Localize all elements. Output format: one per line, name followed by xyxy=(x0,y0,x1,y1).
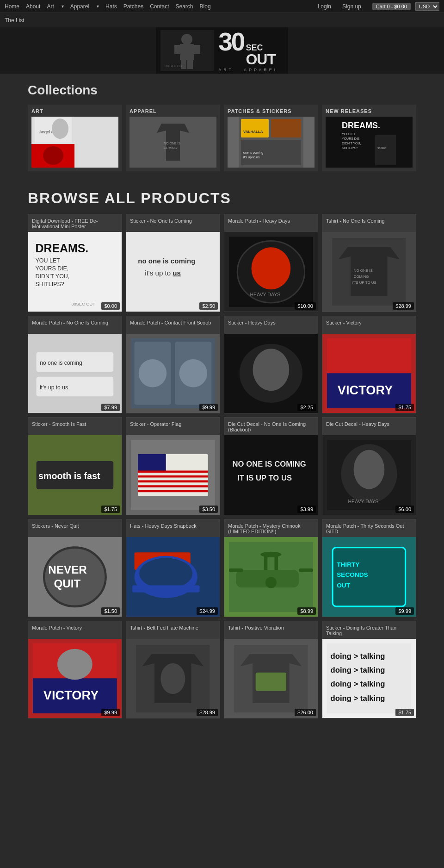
product-5[interactable]: Morale Patch - Contact Front Scoob $9.99 xyxy=(126,316,220,414)
collections-section: Collections ART Angel Art APPAREL NO ONE… xyxy=(0,74,444,181)
product-16-name: Morale Patch - Victory xyxy=(28,621,122,639)
svg-point-11 xyxy=(52,119,68,139)
product-1[interactable]: Sticker - No One Is Coming no one is com… xyxy=(126,214,220,312)
product-4[interactable]: Morale Patch - No One Is Coming no one i… xyxy=(28,316,122,414)
svg-point-64 xyxy=(253,349,290,391)
product-17-name: Tshirt - Belt Fed Hate Machine xyxy=(126,621,220,639)
collection-new-releases-label: NEW RELEASES xyxy=(326,108,413,114)
svg-text:doing > talking: doing > talking xyxy=(331,652,385,661)
nav-art[interactable]: Art xyxy=(47,3,54,10)
hero-out: OUT xyxy=(246,52,276,67)
collection-new-releases-image: DREAMS.YOU LETYOURS DIE,DIDN'T YOU,SHITL… xyxy=(326,117,413,168)
product-13-image: $24.99 xyxy=(126,537,220,617)
product-9-name: Sticker - Operator Flag xyxy=(126,418,220,435)
product-18-price: $26.00 xyxy=(295,709,316,716)
product-14-name: Morale Patch - Mystery Chinook (LIMITED … xyxy=(224,519,318,537)
product-18[interactable]: Tshirt - Positive Vibration $26.00 xyxy=(224,621,318,719)
product-13[interactable]: Hats - Heavy Days Snapback $24.99 xyxy=(126,519,220,617)
svg-text:YOU LET: YOU LET xyxy=(342,132,356,136)
product-8-image: smooth is fast $1.75 xyxy=(28,435,122,515)
hero-30: 30 xyxy=(218,29,244,55)
nav-search[interactable]: Search xyxy=(176,3,193,10)
product-16[interactable]: Morale Patch - Victory VICTORY $9.99 xyxy=(28,621,122,719)
currency-select[interactable]: USD xyxy=(415,2,439,11)
product-2-price: $10.00 xyxy=(295,302,316,310)
nav-home[interactable]: Home xyxy=(5,3,19,10)
product-17-price: $28.99 xyxy=(197,709,218,716)
collection-patches-label: PATCHES & STICKERS xyxy=(228,108,314,114)
product-14[interactable]: Morale Patch - Mystery Chinook (LIMITED … xyxy=(224,519,318,617)
collection-new-releases[interactable]: NEW RELEASES DREAMS.YOU LETYOURS DIE,DID… xyxy=(322,105,416,171)
svg-point-102 xyxy=(260,551,281,557)
product-6-name: Sticker - Heavy Days xyxy=(224,316,318,334)
apparel-dropdown-icon[interactable]: ▾ xyxy=(97,4,99,9)
svg-rect-95 xyxy=(132,585,199,592)
svg-text:it's up to us: it's up to us xyxy=(145,269,181,276)
nav-signup[interactable]: Sign up xyxy=(342,3,361,10)
svg-text:SHITLIPS?: SHITLIPS? xyxy=(36,281,64,287)
svg-point-13 xyxy=(43,146,63,165)
product-10[interactable]: Die Cut Decal - No One Is Coming (Blacko… xyxy=(224,417,318,515)
art-dropdown-icon[interactable]: ▾ xyxy=(62,4,64,9)
product-17[interactable]: Tshirt - Belt Fed Hate Machine $28.99 xyxy=(126,621,220,719)
svg-rect-20 xyxy=(271,119,301,137)
product-7[interactable]: Sticker - Victory VICTORY $1.75 xyxy=(322,316,416,414)
nav-login[interactable]: Login xyxy=(318,3,331,10)
svg-point-2 xyxy=(181,34,192,45)
collection-art[interactable]: ART Angel Art xyxy=(28,105,122,171)
collection-patches[interactable]: PATCHES & STICKERS VALHALLAone is coming… xyxy=(224,105,318,171)
browse-title: BROWSE ALL PRODUCTS xyxy=(28,190,416,207)
product-2[interactable]: Morale Patch - Heavy Days HEAVY DAYS $10… xyxy=(224,214,318,312)
thelist-link[interactable]: The List xyxy=(5,17,25,24)
product-8-price: $1.75 xyxy=(101,506,120,513)
nav-contact[interactable]: Contact xyxy=(150,3,169,10)
svg-text:30 SEC OUT: 30 SEC OUT xyxy=(165,64,185,68)
product-12-image: NEVERQUIT $1.50 xyxy=(28,537,122,617)
nav-hats[interactable]: Hats xyxy=(105,3,117,10)
svg-rect-98 xyxy=(229,568,243,572)
product-0-price: $0.00 xyxy=(101,302,120,310)
product-6[interactable]: Sticker - Heavy Days $2.25 xyxy=(224,316,318,414)
svg-text:it's up to us: it's up to us xyxy=(243,156,260,159)
nav-patches[interactable]: Patches xyxy=(123,3,143,10)
product-2-image: HEAVY DAYS $10.00 xyxy=(224,232,318,312)
collections-grid: ART Angel Art APPAREL NO ONE ISCOMING PA… xyxy=(28,105,416,171)
product-15[interactable]: Morale Patch - Thirty Seconds Out GITD T… xyxy=(322,519,416,617)
product-15-price: $9.99 xyxy=(395,607,414,615)
collection-apparel-label: APPAREL xyxy=(130,108,216,114)
svg-rect-7 xyxy=(187,59,193,69)
product-16-image: VICTORY $9.99 xyxy=(28,639,122,718)
svg-text:VICTORY: VICTORY xyxy=(338,383,393,397)
product-4-image: no one is comingit's up to us $7.99 xyxy=(28,334,122,413)
product-9[interactable]: Sticker - Operator Flag $3.50 xyxy=(126,417,220,515)
product-4-name: Morale Patch - No One Is Coming xyxy=(28,316,122,334)
cart-button[interactable]: Cart 0 - $0.00 xyxy=(372,3,411,10)
product-3[interactable]: Tshirt - No One Is Coming NO ONE ISCOMIN… xyxy=(322,214,416,312)
product-13-price: $24.99 xyxy=(197,607,218,615)
svg-rect-99 xyxy=(299,568,313,572)
collection-apparel[interactable]: APPAREL NO ONE ISCOMING xyxy=(126,105,220,171)
top-navigation: Home About Art ▾ Apparel ▾ Hats Patches … xyxy=(0,0,444,13)
svg-text:doing > talking: doing > talking xyxy=(331,694,385,703)
product-0[interactable]: Digital Download - FREE De-Motivational … xyxy=(28,214,122,312)
svg-text:QUIT: QUIT xyxy=(54,577,81,590)
product-16-price: $9.99 xyxy=(101,709,120,716)
product-12[interactable]: Stickers - Never Quit NEVERQUIT $1.50 xyxy=(28,519,122,617)
hero-soldier-image: 30 SEC OUT xyxy=(160,30,214,71)
svg-text:smooth is fast: smooth is fast xyxy=(38,471,100,481)
nav-apparel[interactable]: Apparel xyxy=(70,3,89,10)
svg-rect-100 xyxy=(264,556,268,569)
product-18-image: $26.00 xyxy=(224,639,318,718)
product-7-image: VICTORY $1.75 xyxy=(322,334,416,413)
nav-blog[interactable]: Blog xyxy=(200,3,211,10)
product-15-image: THIRTYSECONDSOUT $9.99 xyxy=(322,537,416,617)
svg-text:DREAMS.: DREAMS. xyxy=(342,121,380,130)
svg-text:DREAMS.: DREAMS. xyxy=(36,242,89,255)
product-19[interactable]: Sticker - Doing Is Greater Than Talking … xyxy=(322,621,416,719)
svg-text:HEAVY DAYS: HEAVY DAYS xyxy=(348,499,379,504)
nav-about[interactable]: About xyxy=(26,3,40,10)
svg-point-45 xyxy=(252,247,291,289)
product-8[interactable]: Sticker - Smooth Is Fast smooth is fast … xyxy=(28,417,122,515)
product-11[interactable]: Die Cut Decal - Heavy Days HEAVY DAYS $6… xyxy=(322,417,416,515)
product-7-name: Sticker - Victory xyxy=(322,316,416,334)
